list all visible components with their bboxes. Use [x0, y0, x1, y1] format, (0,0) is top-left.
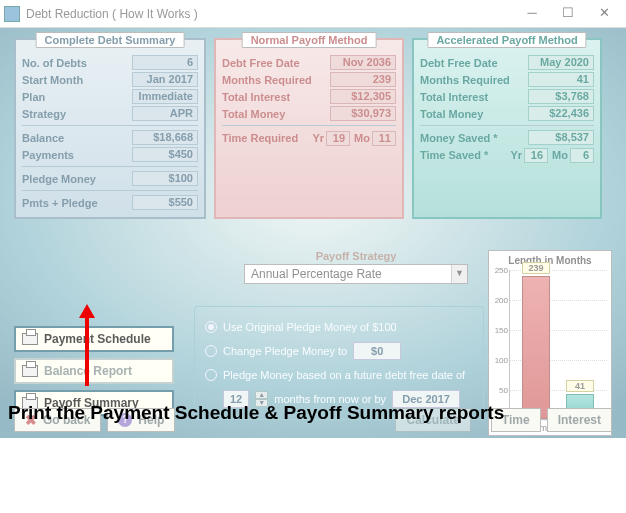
- accel-savedmoney: $8,537: [528, 130, 594, 145]
- accel-debtfree-lbl: Debt Free Date: [420, 57, 498, 69]
- normal-payoff-panel: Normal Payoff Method Debt Free DateNov 2…: [214, 38, 404, 219]
- cds-plan: Immediate: [132, 89, 198, 104]
- accel-yr: 16: [524, 148, 548, 163]
- accel-months: 41: [528, 72, 594, 87]
- norm-interest-lbl: Total Interest: [222, 91, 290, 103]
- cds-title: Complete Debt Summary: [36, 32, 185, 48]
- accel-mo: 6: [570, 148, 594, 163]
- accel-mo-lbl: Mo: [552, 149, 568, 161]
- cds-no-debts: 6: [132, 55, 198, 70]
- annotation-arrow: [85, 316, 89, 386]
- complete-debt-summary-panel: Complete Debt Summary No. of Debts6 Star…: [14, 38, 206, 219]
- accel-money-lbl: Total Money: [420, 108, 483, 120]
- normal-title: Normal Payoff Method: [242, 32, 377, 48]
- printer-icon: [22, 365, 38, 377]
- interest-button[interactable]: Interest: [547, 408, 612, 432]
- change-pledge-input[interactable]: $0: [353, 342, 401, 360]
- cds-pledge-lbl: Pledge Money: [22, 173, 96, 185]
- accel-payoff-panel: Accelerated Payoff Method Debt Free Date…: [412, 38, 602, 219]
- norm-months-lbl: Months Required: [222, 74, 312, 86]
- norm-money: $30,973: [330, 106, 396, 121]
- norm-money-lbl: Total Money: [222, 108, 285, 120]
- payment-schedule-label: Payment Schedule: [44, 332, 151, 346]
- norm-months: 239: [330, 72, 396, 87]
- window-title: Debt Reduction ( How It Works ): [26, 7, 514, 21]
- cds-start: Jan 2017: [132, 72, 198, 87]
- balance-report-button[interactable]: Balance Report: [14, 358, 174, 384]
- norm-time-lbl: Time Required: [222, 132, 312, 144]
- accel-title: Accelerated Payoff Method: [427, 32, 586, 48]
- option-future-date-label: Pledge Money based on a future debt free…: [223, 369, 465, 381]
- accel-debtfree: May 2020: [528, 55, 594, 70]
- cds-balance-lbl: Balance: [22, 132, 64, 144]
- printer-icon: [22, 333, 38, 345]
- option-change-pledge-label: Change Pledge Money to: [223, 345, 347, 357]
- cds-no-debts-lbl: No. of Debts: [22, 57, 87, 69]
- cds-start-lbl: Start Month: [22, 74, 83, 86]
- minimize-button[interactable]: ─: [514, 4, 550, 24]
- option-future-date-radio[interactable]: [205, 369, 217, 381]
- cds-payments-lbl: Payments: [22, 149, 74, 161]
- norm-debtfree-lbl: Debt Free Date: [222, 57, 300, 69]
- norm-yr: 19: [326, 131, 350, 146]
- accel-money: $22,436: [528, 106, 594, 121]
- accel-savedtime-lbl: Time Saved *: [420, 149, 510, 161]
- payoff-strategy-dropdown[interactable]: Annual Percentage Rate ▼: [244, 264, 468, 284]
- norm-debtfree: Nov 2036: [330, 55, 396, 70]
- close-button[interactable]: ✕: [586, 4, 622, 24]
- norm-yr-lbl: Yr: [312, 132, 324, 144]
- annotation-caption: Print the Payment Schedule & Payoff Summ…: [8, 402, 504, 424]
- maximize-button[interactable]: ☐: [550, 4, 586, 24]
- chevron-down-icon: ▼: [451, 265, 467, 283]
- option-original-pledge-label: Use Original Pledge Money of $100: [223, 321, 397, 333]
- option-change-pledge-radio[interactable]: [205, 345, 217, 357]
- window-titlebar: Debt Reduction ( How It Works ) ─ ☐ ✕: [0, 0, 626, 28]
- norm-mo-lbl: Mo: [354, 132, 370, 144]
- cds-pmtspledge: $550: [132, 195, 198, 210]
- accel-months-lbl: Months Required: [420, 74, 510, 86]
- payment-schedule-button[interactable]: Payment Schedule: [14, 326, 174, 352]
- accel-yr-lbl: Yr: [510, 149, 522, 161]
- option-original-pledge-radio[interactable]: [205, 321, 217, 333]
- app-icon: [4, 6, 20, 22]
- norm-mo: 11: [372, 131, 396, 146]
- cds-strategy: APR: [132, 106, 198, 121]
- accel-interest-lbl: Total Interest: [420, 91, 488, 103]
- cds-pledge: $100: [132, 171, 198, 186]
- payoff-strategy-value: Annual Percentage Rate: [245, 265, 451, 283]
- chart-title: Length in Months: [489, 255, 611, 266]
- cds-balance: $18,668: [132, 130, 198, 145]
- cds-pmtspledge-lbl: Pmts + Pledge: [22, 197, 98, 209]
- cds-plan-lbl: Plan: [22, 91, 45, 103]
- accel-interest: $3,768: [528, 89, 594, 104]
- payoff-strategy-label: Payoff Strategy: [244, 250, 468, 262]
- norm-interest: $12,305: [330, 89, 396, 104]
- cds-payments: $450: [132, 147, 198, 162]
- accel-savedmoney-lbl: Money Saved *: [420, 132, 498, 144]
- cds-strategy-lbl: Strategy: [22, 108, 66, 120]
